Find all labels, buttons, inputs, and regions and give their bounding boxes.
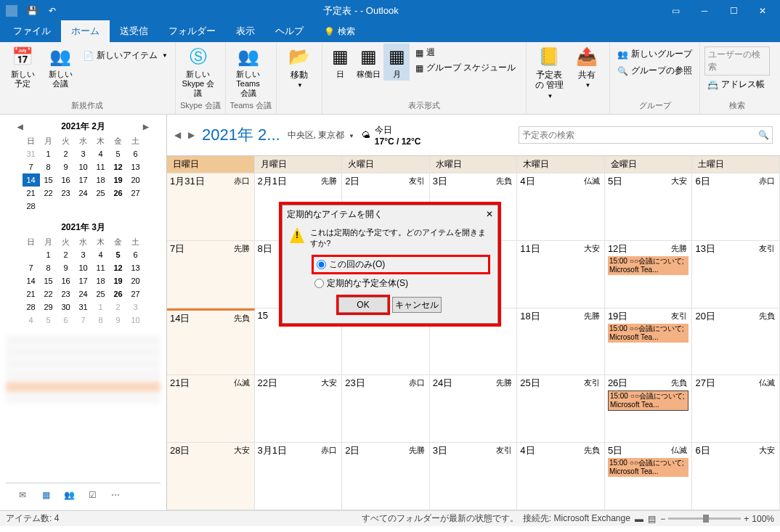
day-cell[interactable]: 11日大安 <box>517 241 605 308</box>
prev-period-button[interactable]: ◀ <box>174 130 181 140</box>
zoom-out-button[interactable]: − <box>660 514 665 524</box>
mini-day[interactable]: 14 <box>23 274 40 287</box>
tab-folder[interactable]: フォルダー <box>158 20 226 42</box>
tab-send-receive[interactable]: 送受信 <box>110 20 158 42</box>
maximize-button[interactable]: ☐ <box>719 1 748 21</box>
mini-calendar-feb[interactable]: ◀2021年 2月▶ 日月火水木金土3112345678910111213141… <box>6 119 161 213</box>
tab-help[interactable]: ヘルプ <box>265 20 314 42</box>
mini-day[interactable]: 29 <box>40 300 57 314</box>
move-button[interactable]: 📂移動▼ <box>281 44 317 91</box>
mini-day[interactable]: 16 <box>57 173 75 187</box>
mini-day[interactable]: 19 <box>110 173 127 187</box>
mini-day[interactable]: 17 <box>75 274 92 287</box>
tab-search[interactable]: 💡検索 <box>314 21 365 42</box>
mini-day[interactable]: 10 <box>75 261 92 274</box>
day-cell[interactable]: 27日仏滅 <box>692 375 780 443</box>
mini-day[interactable]: 24 <box>75 287 92 300</box>
people-view-button[interactable]: 👥 <box>58 486 80 504</box>
mini-day[interactable]: 26 <box>110 287 127 300</box>
manage-calendar-button[interactable]: 📒予定表の 管理▼ <box>531 44 567 102</box>
day-cell[interactable]: 5日仏滅15:00 ○○会議について; Microsoft Tea... <box>605 443 693 510</box>
mini-day[interactable]: 17 <box>75 173 92 187</box>
day-cell[interactable]: 7日先勝 <box>167 241 255 308</box>
calendar-event[interactable]: 15:00 ○○会議について; Microsoft Tea... <box>608 256 689 275</box>
mini-day[interactable]: 7 <box>23 261 40 274</box>
mini-day[interactable]: 8 <box>40 261 57 274</box>
day-cell[interactable]: 13日友引 <box>692 241 780 308</box>
tab-file[interactable]: ファイル <box>3 20 61 42</box>
day-cell[interactable]: 25日友引 <box>517 375 605 443</box>
day-cell[interactable]: 19日友引15:00 ○○会議について; Microsoft Tea... <box>605 308 693 376</box>
new-appointment-button[interactable]: 📅新しい 予定 <box>4 44 41 90</box>
day-cell[interactable]: 1月31日赤口 <box>167 173 255 241</box>
mini-day[interactable]: 2 <box>57 147 75 160</box>
close-button[interactable]: ✕ <box>748 1 777 21</box>
save-icon[interactable]: 💾 <box>23 2 41 20</box>
mini-day[interactable]: 11 <box>92 160 110 173</box>
mini-day[interactable]: 1 <box>92 300 110 314</box>
ok-button[interactable]: OK <box>338 297 388 313</box>
day-cell[interactable]: 14日先負 <box>167 308 255 376</box>
mini-calendar-mar[interactable]: 2021年 3月 日月火水木金土123456789101112131415161… <box>6 220 161 327</box>
day-cell[interactable]: 4日先負 <box>517 443 605 510</box>
mini-day[interactable] <box>23 248 40 261</box>
zoom-slider[interactable] <box>668 517 741 520</box>
day-cell[interactable]: 4日仏滅 <box>517 173 605 241</box>
mini-day[interactable]: 15 <box>40 274 57 287</box>
mini-day[interactable]: 24 <box>75 187 92 200</box>
cancel-button[interactable]: キャンセル <box>392 297 442 313</box>
day-cell[interactable]: 6日大安 <box>692 443 780 510</box>
day-cell[interactable]: 3月1日赤口 <box>255 443 343 510</box>
mini-day[interactable]: 30 <box>57 300 75 314</box>
new-item-button[interactable]: 📄新しいアイテム▼ <box>80 48 171 63</box>
mini-day[interactable] <box>92 200 110 213</box>
day-cell[interactable]: 5日大安 <box>605 173 693 241</box>
day-view-button[interactable]: ▦日 <box>327 44 353 81</box>
mini-day[interactable]: 6 <box>127 248 145 261</box>
mini-day[interactable]: 14 <box>23 173 40 187</box>
mini-day[interactable]: 20 <box>127 274 145 287</box>
day-cell[interactable]: 21日仏滅 <box>167 375 255 443</box>
undo-icon[interactable]: ↶ <box>44 2 61 20</box>
mini-day[interactable]: 12 <box>110 160 127 173</box>
day-cell[interactable]: 24日先勝 <box>430 375 518 443</box>
mini-day[interactable]: 18 <box>92 173 110 187</box>
mini-day[interactable]: 10 <box>75 160 92 173</box>
mini-day[interactable]: 16 <box>57 274 75 287</box>
mini-day[interactable]: 21 <box>23 187 40 200</box>
mini-day[interactable]: 7 <box>75 314 92 327</box>
mini-day[interactable]: 9 <box>110 314 127 327</box>
mini-day[interactable]: 11 <box>92 261 110 274</box>
mini-day[interactable] <box>57 200 75 213</box>
find-user-input[interactable]: ユーザーの検索 <box>704 46 770 75</box>
mini-day[interactable]: 8 <box>92 314 110 327</box>
day-cell[interactable]: 20日先負 <box>692 308 780 376</box>
day-cell[interactable]: 28日大安 <box>167 443 255 510</box>
mini-day[interactable]: 10 <box>127 314 145 327</box>
mini-day[interactable]: 25 <box>92 287 110 300</box>
mini-day[interactable]: 21 <box>23 287 40 300</box>
tab-home[interactable]: ホーム <box>61 20 110 42</box>
mini-day[interactable]: 22 <box>40 287 57 300</box>
teams-meeting-button[interactable]: 👥新しい Teams 会議 <box>230 44 267 100</box>
month-view-button[interactable]: ▦月 <box>383 44 410 81</box>
mini-day[interactable] <box>110 200 127 213</box>
mini-day[interactable]: 9 <box>57 261 75 274</box>
calendar-view-button[interactable]: ▦ <box>35 486 57 504</box>
mini-day[interactable]: 13 <box>127 261 145 274</box>
day-cell[interactable]: 12日先勝15:00 ○○会議について; Microsoft Tea... <box>605 241 693 308</box>
mini-day[interactable]: 25 <box>92 187 110 200</box>
week-view-button[interactable]: ▦週 <box>413 45 519 60</box>
weather-widget[interactable]: 🌤 今日17°C / 12°C <box>362 124 421 147</box>
next-month-icon[interactable]: ▶ <box>143 123 149 131</box>
search-icon[interactable]: 🔍 <box>758 130 769 140</box>
skype-meeting-button[interactable]: Ⓢ新しい Skype 会議 <box>180 44 216 100</box>
mail-view-button[interactable]: ✉ <box>12 486 33 504</box>
mini-day[interactable]: 5 <box>110 147 127 160</box>
mini-day[interactable]: 4 <box>23 314 40 327</box>
mini-day[interactable]: 5 <box>110 248 127 261</box>
mini-day[interactable]: 31 <box>23 147 40 160</box>
day-cell[interactable]: 23日赤口 <box>342 375 430 443</box>
mini-day[interactable]: 4 <box>92 147 110 160</box>
mini-day[interactable]: 28 <box>23 300 40 314</box>
